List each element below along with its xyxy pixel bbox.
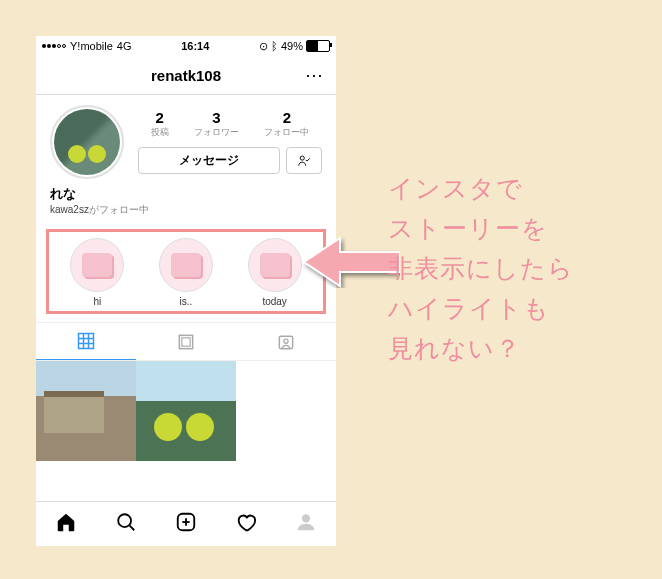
highlight-label: is.. — [180, 296, 193, 307]
svg-rect-2 — [182, 337, 190, 345]
profile-tab[interactable] — [295, 511, 317, 537]
search-icon — [115, 511, 137, 533]
highlight-label: hi — [93, 296, 101, 307]
nav-title: renatk108 — [151, 67, 221, 84]
svg-rect-3 — [279, 336, 292, 349]
tab-feed[interactable] — [136, 323, 236, 360]
user-check-icon — [297, 154, 311, 168]
svg-point-4 — [284, 339, 288, 343]
callout-arrow-icon — [300, 236, 400, 288]
highlight-item[interactable]: is.. — [159, 238, 213, 307]
nav-bar: renatk108 ⋯ — [36, 56, 336, 95]
more-icon[interactable]: ⋯ — [305, 64, 324, 86]
stats-row: 2 投稿 3 フォロワー 2 フォロー中 — [138, 109, 322, 139]
stat-following[interactable]: 2 フォロー中 — [264, 109, 309, 139]
highlight-cover — [70, 238, 124, 292]
tab-tagged[interactable] — [236, 323, 336, 360]
bio: れな kawa2szがフォロー中 — [36, 185, 336, 225]
activity-tab[interactable] — [235, 511, 257, 537]
bluetooth-icon: ᛒ — [271, 40, 278, 52]
battery-level — [307, 41, 318, 51]
carrier-label: Y!mobile — [70, 40, 113, 52]
highlight-item[interactable]: today — [248, 238, 302, 307]
post-thumbnail[interactable] — [136, 361, 236, 461]
message-button[interactable]: メッセージ — [138, 147, 280, 174]
bio-followed-by: kawa2szがフォロー中 — [50, 203, 322, 217]
status-bar: Y!mobile 4G 16:14 ⊙ ᛒ 49% — [36, 36, 336, 56]
highlight-item[interactable]: hi — [70, 238, 124, 307]
user-icon — [295, 511, 317, 533]
caption-text: インスタで ストーリーを 非表示にしたら ハイライトも 見れない？ — [388, 168, 574, 368]
tab-grid[interactable] — [36, 323, 136, 360]
svg-point-5 — [118, 514, 131, 527]
home-icon — [55, 511, 77, 533]
tagged-icon — [276, 332, 296, 352]
stat-followers[interactable]: 3 フォロワー — [194, 109, 239, 139]
alarm-icon: ⊙ — [259, 40, 268, 53]
bottom-tab-bar — [36, 501, 336, 546]
profile-tabs — [36, 322, 336, 361]
create-tab[interactable] — [175, 511, 197, 537]
svg-point-10 — [302, 514, 310, 522]
search-tab[interactable] — [115, 511, 137, 537]
post-thumbnail[interactable] — [36, 361, 136, 461]
battery-icon — [306, 40, 330, 52]
battery-pct: 49% — [281, 40, 303, 52]
follow-status-button[interactable] — [286, 147, 322, 174]
highlight-cover — [159, 238, 213, 292]
bio-name: れな — [50, 185, 322, 203]
stat-posts[interactable]: 2 投稿 — [151, 109, 169, 139]
avatar-image — [54, 109, 120, 175]
grid-icon — [76, 331, 96, 351]
avatar[interactable] — [50, 105, 124, 179]
network-label: 4G — [117, 40, 132, 52]
clock-label: 16:14 — [181, 40, 209, 52]
post-grid — [36, 361, 336, 461]
story-highlights: hi is.. today — [46, 229, 326, 314]
plus-square-icon — [175, 511, 197, 533]
home-tab[interactable] — [55, 511, 77, 537]
svg-line-6 — [130, 526, 135, 531]
heart-icon — [235, 511, 257, 533]
highlight-cover — [248, 238, 302, 292]
svg-point-0 — [300, 156, 304, 160]
feed-icon — [176, 332, 196, 352]
profile-header: 2 投稿 3 フォロワー 2 フォロー中 メッセージ — [36, 95, 336, 185]
phone-frame: Y!mobile 4G 16:14 ⊙ ᛒ 49% renatk108 ⋯ 2 — [36, 36, 336, 546]
highlight-label: today — [262, 296, 286, 307]
signal-icon — [42, 44, 66, 48]
